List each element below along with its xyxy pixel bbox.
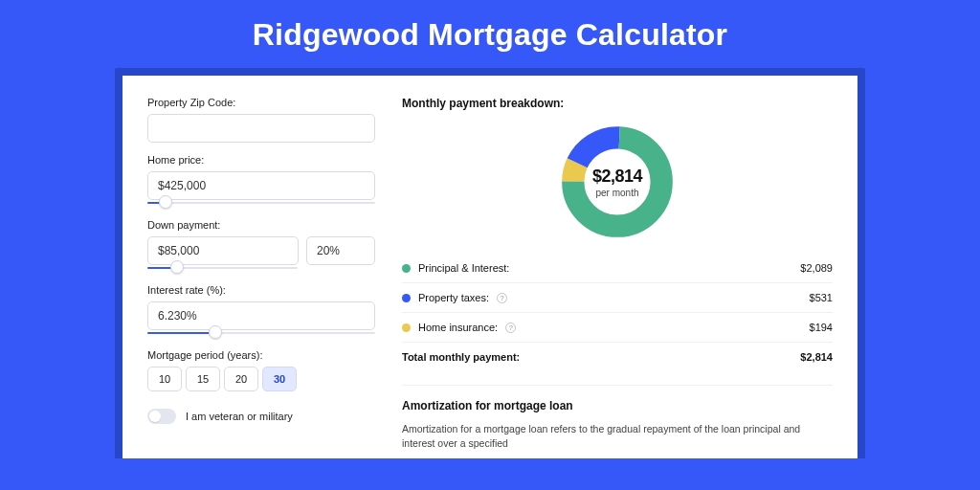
down-payment-slider[interactable] [147, 263, 375, 273]
zip-input[interactable] [147, 114, 375, 143]
donut-sub: per month [595, 188, 638, 198]
slider-thumb[interactable] [209, 325, 222, 339]
legend-dot-insurance [402, 323, 411, 332]
field-down-payment: Down payment: [147, 219, 375, 273]
breakdown-value: $2,089 [800, 262, 833, 274]
breakdown-label: Home insurance: [418, 322, 498, 333]
period-label: Mortgage period (years): [147, 349, 375, 361]
veteran-toggle[interactable] [147, 409, 176, 424]
breakdown-row-total: Total monthly payment:$2,814 [402, 343, 833, 371]
breakdown-rows: Principal & Interest:$2,089Property taxe… [402, 254, 833, 371]
breakdown-value: $194 [810, 322, 833, 333]
slider-thumb[interactable] [159, 195, 172, 209]
interest-slider[interactable] [147, 328, 375, 338]
down-payment-input[interactable] [147, 236, 299, 265]
field-home-price: Home price: [147, 154, 375, 208]
down-payment-pct-input[interactable] [306, 236, 375, 265]
period-button-15[interactable]: 15 [186, 367, 220, 391]
period-buttons: 10152030 [147, 367, 375, 391]
help-icon[interactable]: ? [497, 293, 507, 303]
breakdown-row-taxes: Property taxes:?$531 [402, 283, 833, 313]
form-column: Property Zip Code: Home price: Down paym… [147, 97, 375, 458]
interest-label: Interest rate (%): [147, 284, 375, 296]
page-title: Ridgewood Mortgage Calculator [0, 0, 980, 68]
field-period: Mortgage period (years): 10152030 [147, 349, 375, 391]
breakdown-row-insurance: Home insurance:?$194 [402, 313, 833, 343]
home-price-input[interactable] [147, 171, 375, 200]
donut-chart-wrap: $2,814 per month [402, 120, 833, 254]
breakdown-label: Property taxes: [418, 292, 489, 303]
help-icon[interactable]: ? [505, 323, 516, 333]
slider-thumb[interactable] [170, 260, 184, 274]
breakdown-label: Principal & Interest: [418, 262, 509, 274]
legend-dot-taxes [402, 294, 411, 302]
veteran-row: I am veteran or military [147, 409, 375, 424]
breakdown-title: Monthly payment breakdown: [402, 97, 833, 110]
amortization-title: Amortization for mortgage loan [402, 399, 833, 412]
home-price-slider[interactable] [147, 198, 375, 208]
legend-dot-principal [402, 264, 411, 273]
home-price-label: Home price: [147, 154, 375, 166]
field-interest: Interest rate (%): [147, 284, 375, 338]
total-label: Total monthly payment: [402, 351, 520, 363]
zip-label: Property Zip Code: [147, 97, 375, 108]
donut-center: $2,814 per month [559, 123, 676, 240]
breakdown-column: Monthly payment breakdown: $2,814 per mo… [402, 97, 833, 458]
period-button-10[interactable]: 10 [147, 367, 182, 391]
card-outer: Property Zip Code: Home price: Down paym… [115, 68, 865, 458]
total-value: $2,814 [800, 351, 833, 363]
breakdown-row-principal: Principal & Interest:$2,089 [402, 254, 833, 283]
donut-chart: $2,814 per month [559, 123, 676, 240]
calculator-card: Property Zip Code: Home price: Down paym… [122, 76, 858, 458]
down-payment-label: Down payment: [147, 219, 375, 231]
period-button-30[interactable]: 30 [262, 367, 297, 391]
interest-input[interactable] [147, 301, 375, 330]
amortization-text: Amortization for a mortgage loan refers … [402, 422, 833, 451]
donut-amount: $2,814 [592, 167, 642, 187]
amortization-section: Amortization for mortgage loan Amortizat… [402, 385, 833, 451]
period-button-20[interactable]: 20 [224, 367, 258, 391]
breakdown-value: $531 [810, 292, 833, 303]
veteran-label: I am veteran or military [186, 411, 293, 422]
field-zip: Property Zip Code: [147, 97, 375, 143]
